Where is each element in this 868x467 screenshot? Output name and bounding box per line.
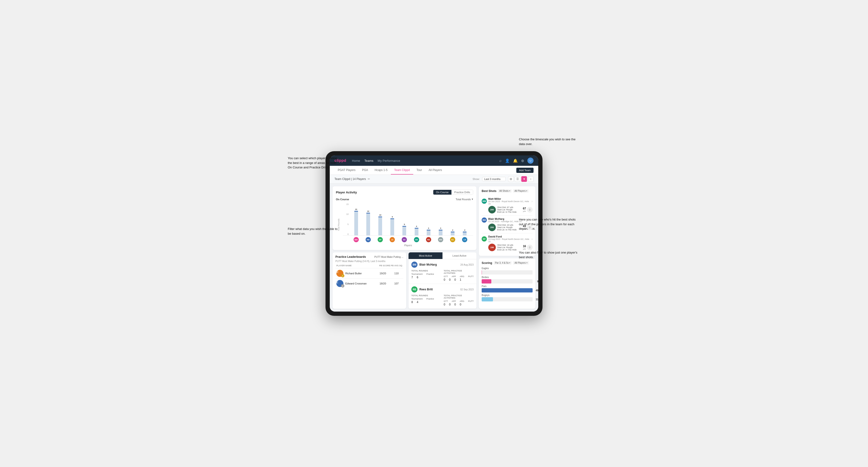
tab-least-active[interactable]: Least Active bbox=[442, 252, 476, 259]
all-shots-filter[interactable]: All Shots ▾ bbox=[498, 189, 512, 193]
active-avatar-2: RB bbox=[411, 286, 417, 292]
toggle-practice-drills[interactable]: Practice Drills bbox=[452, 190, 473, 195]
bar-group-4: 5 bbox=[398, 223, 410, 236]
chart-dropdown[interactable]: Total Rounds ▾ bbox=[456, 198, 473, 201]
bar-avatar-8: EC bbox=[450, 237, 455, 242]
tablet-screen: clippd Home Teams My Performance ⌕ 👤 🔔 ⊕… bbox=[330, 155, 538, 312]
shot-end-1: End Lie: In The Hole bbox=[497, 211, 522, 213]
team-bar-right: Show: Last 3 months ⊞ ☰ ♥ ↕ bbox=[472, 176, 533, 182]
tab-hcaps[interactable]: Hcaps 1-5 bbox=[371, 166, 391, 175]
plus-icon[interactable]: ⊕ bbox=[521, 158, 524, 163]
scoring-filter2[interactable]: All Players ▾ bbox=[513, 261, 529, 264]
scoring-bar-pars: Pars 499 bbox=[482, 285, 533, 292]
bar-avatar-7: MM bbox=[438, 237, 443, 242]
bar-group-0: 13 bbox=[350, 208, 362, 236]
nav-home[interactable]: Home bbox=[352, 158, 360, 163]
view-sort-icon[interactable]: ↕ bbox=[528, 176, 533, 182]
bar-avatar-6: RB bbox=[426, 237, 431, 242]
scoring-card: Scoring Par 3, 4 & 5s ▾ All Players ▾ bbox=[479, 258, 535, 309]
player-activity-card: Player Activity On Course Practice Drill… bbox=[333, 186, 476, 250]
annotation-timescale: Choose the timescale you wish to see the… bbox=[519, 137, 580, 146]
y-axis-label: Total Rounds bbox=[338, 218, 340, 231]
active-player-2-header: RB Rees Britt 02 Sep 2023 bbox=[411, 286, 474, 292]
show-select[interactable]: Last 3 months bbox=[482, 177, 506, 181]
shot-badge-3: 198 bbox=[488, 244, 496, 251]
rank-badge-2: 2 bbox=[341, 284, 344, 287]
x-axis-label: Players bbox=[343, 244, 473, 247]
tab-pgat-players[interactable]: PGAT Players bbox=[335, 166, 359, 175]
bar-avatar-5: OB bbox=[414, 237, 419, 242]
most-active-card: Most Active Least Active BM Blair McHarg… bbox=[408, 252, 476, 309]
toggle-on-course[interactable]: On Course bbox=[433, 190, 452, 195]
nav-my-performance[interactable]: My Performance bbox=[378, 158, 400, 163]
practice-row: E 2 Edward Crossman 18/20 107 bbox=[335, 278, 403, 288]
practice-header: Practice Leaderboards PUTT Must Make Put… bbox=[335, 255, 403, 258]
users-icon[interactable]: 👤 bbox=[505, 158, 510, 163]
bar-group-6: 3 bbox=[423, 227, 434, 236]
shot-item-1[interactable]: MM Matt Miller 09 Jun 2023 · Royal North… bbox=[482, 195, 533, 216]
best-shots-header: Best Shots All Shots ▾ All Players ▾ bbox=[482, 189, 533, 193]
active-player-1-header: BM Blair McHarg 26 Aug 2023 bbox=[411, 261, 474, 268]
most-active-tabs: Most Active Least Active bbox=[408, 252, 476, 259]
tab-pga[interactable]: PGA bbox=[359, 166, 371, 175]
player-pb-2: 18/20 bbox=[377, 282, 389, 285]
search-icon[interactable]: ⌕ bbox=[499, 158, 502, 163]
chart-section-label: On Course bbox=[336, 198, 349, 201]
rank-badge-1: 1 bbox=[341, 274, 344, 277]
shot-badge-1: 200 bbox=[488, 206, 496, 214]
bar-avatar-4: EE bbox=[402, 237, 407, 242]
scoring-title: Scoring bbox=[482, 261, 492, 264]
all-players-filter[interactable]: All Players ▾ bbox=[513, 189, 529, 193]
bar-avatar-2: DF bbox=[378, 237, 383, 242]
practice-avatar-1: R 1 bbox=[336, 270, 343, 277]
bar-avatar-3: JC bbox=[390, 237, 395, 242]
player-avg-1: 110 bbox=[391, 272, 402, 275]
view-heart-icon[interactable]: ♥ bbox=[521, 176, 527, 182]
shot-chevron-2: › bbox=[531, 218, 533, 222]
player-name-1: Richard Butler bbox=[345, 272, 375, 275]
view-icons: ⊞ ☰ ♥ ↕ bbox=[508, 176, 533, 182]
left-panel: Player Activity On Course Practice Drill… bbox=[333, 186, 476, 309]
shot-chevron-1: › bbox=[531, 199, 533, 203]
show-label: Show: bbox=[472, 178, 480, 181]
activity-card-header: Player Activity On Course Practice Drill… bbox=[336, 190, 473, 195]
view-grid-icon[interactable]: ⊞ bbox=[508, 176, 514, 182]
add-team-button[interactable]: Add Team bbox=[516, 168, 533, 173]
bar-group-1: 12 bbox=[362, 210, 374, 236]
right-panel: Best Shots All Shots ▾ All Players ▾ bbox=[479, 186, 535, 309]
bar-avatar-0: BM bbox=[353, 237, 359, 242]
tab-most-active[interactable]: Most Active bbox=[408, 252, 442, 259]
edit-team-icon[interactable]: ✏ bbox=[368, 177, 370, 181]
bottom-row: Practice Leaderboards PUTT Must Make Put… bbox=[333, 252, 476, 309]
tab-all-players[interactable]: All Players bbox=[425, 166, 445, 175]
annotation-filter: Filter what data you wish the table to b… bbox=[288, 227, 340, 236]
shot-location-1: 09 Jun 2023 · Royal North Devon GC, Hole… bbox=[488, 200, 530, 205]
tab-team-clippd[interactable]: Team Clippd bbox=[391, 166, 413, 175]
shot-item-3[interactable]: DF David Ford 24 Aug 2023 · Royal North … bbox=[482, 233, 533, 253]
practice-columns: PLAYER NAME PB SCORE PB AVG SQ bbox=[335, 264, 403, 267]
best-shots-title: Best Shots bbox=[482, 189, 497, 193]
y-axis: 15 10 5 0 bbox=[343, 203, 349, 236]
nav-links: Home Teams My Performance bbox=[352, 158, 494, 163]
practice-row: R 1 Richard Butler 19/20 110 bbox=[335, 268, 403, 278]
tablet-frame: clippd Home Teams My Performance ⌕ 👤 🔔 ⊕… bbox=[326, 151, 542, 316]
nav-teams[interactable]: Teams bbox=[365, 158, 373, 163]
chart-subheader: On Course Total Rounds ▾ bbox=[336, 198, 473, 201]
practice-avatar-2: E 2 bbox=[336, 280, 343, 287]
bar-avatar-9: LR bbox=[462, 237, 467, 242]
team-bar: Team Clippd | 14 Players ✏ Show: Last 3 … bbox=[330, 175, 538, 184]
bar-avatar-1: RB bbox=[366, 237, 371, 242]
view-list-icon[interactable]: ☰ bbox=[515, 176, 520, 182]
scoring-bar-eagles: Eagles 3 bbox=[482, 267, 533, 275]
shot-lie-1: Start Lie: Rough bbox=[497, 209, 522, 211]
shot-player-name-2: Blair McHarg bbox=[488, 217, 530, 220]
practice-dropdown[interactable]: PUTT Must Make Putting ... bbox=[374, 256, 403, 258]
bell-icon[interactable]: 🔔 bbox=[513, 158, 518, 163]
active-player-1-date: 26 Aug 2023 bbox=[460, 263, 474, 266]
shot-item-2[interactable]: BM Blair McHarg 23 Jul 2023 · Ashridge G… bbox=[482, 216, 533, 233]
shot-avatar-3: DF bbox=[482, 236, 487, 242]
tab-tour[interactable]: Tour bbox=[413, 166, 425, 175]
scoring-filter1[interactable]: Par 3, 4 & 5s ▾ bbox=[494, 261, 512, 264]
player-pb-1: 19/20 bbox=[377, 272, 389, 275]
user-avatar[interactable]: U bbox=[527, 158, 533, 164]
